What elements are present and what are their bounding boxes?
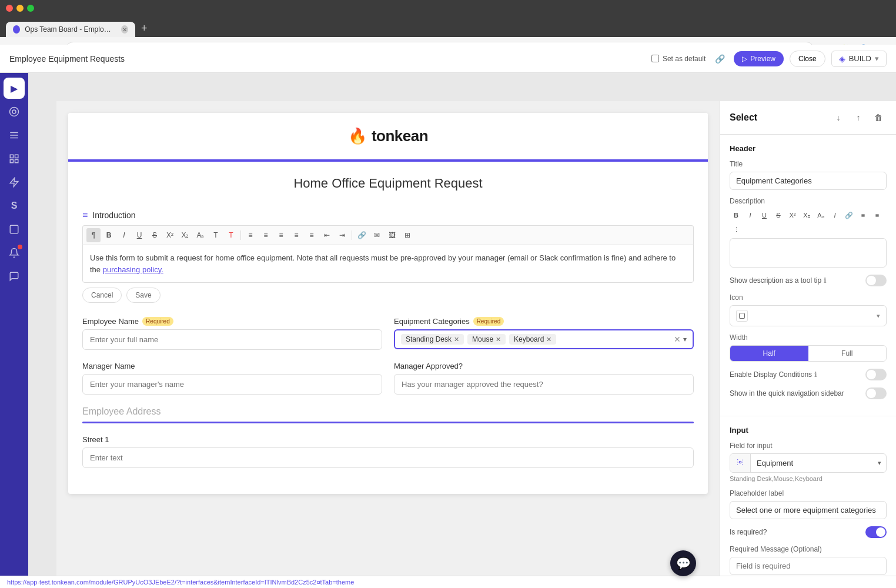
preview-button[interactable]: ▷ Preview	[734, 51, 784, 62]
traffic-light-yellow[interactable]	[16, 5, 24, 12]
link-button[interactable]: 🔗	[711, 51, 728, 62]
set-as-default-checkbox[interactable]	[651, 55, 659, 61]
build-dropdown[interactable]: ◈ BUILD ▾	[831, 51, 887, 62]
tab-close-button[interactable]: ✕	[121, 25, 128, 34]
browser-tab[interactable]: Ops Team Board - Employee E... ✕	[6, 22, 135, 37]
new-tab-button[interactable]: +	[136, 20, 152, 37]
app-header-title: Employee Equipment Requests	[9, 54, 125, 62]
set-as-default-label: Set as default	[663, 55, 706, 62]
app-header: Employee Equipment Requests Set as defau…	[0, 45, 896, 61]
tab-favicon	[13, 25, 20, 34]
preview-icon: ▷	[742, 55, 747, 62]
close-button[interactable]: Close	[790, 51, 825, 62]
traffic-light-red[interactable]	[6, 5, 13, 12]
build-label: BUILD	[849, 54, 871, 61]
build-icon: ◈	[839, 54, 845, 62]
tab-title: Ops Team Board - Employee E...	[25, 25, 114, 34]
traffic-light-green[interactable]	[27, 5, 34, 12]
build-chevron-icon: ▾	[875, 54, 879, 61]
